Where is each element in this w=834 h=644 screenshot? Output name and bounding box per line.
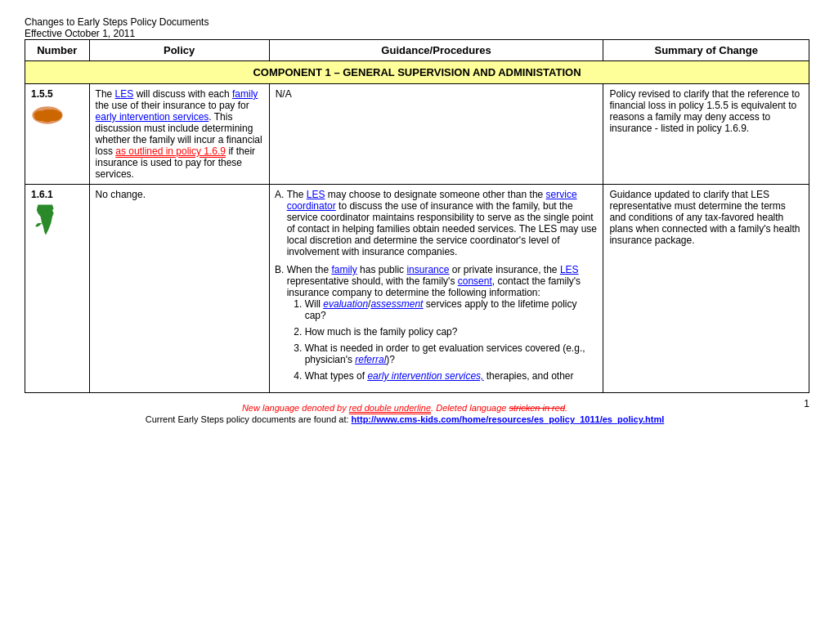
row-2-number: 1.6.1 xyxy=(25,185,90,393)
table-row: 1.5.5 The LES will discuss with each fam… xyxy=(25,84,809,185)
family-link-1[interactable]: family xyxy=(232,88,258,100)
row-2-guidance: The LES may choose to designate someone … xyxy=(269,185,603,393)
guidance-list-item-3: What is needed in order to get evaluatio… xyxy=(305,342,598,365)
main-table: Number Policy Guidance/Procedures Summar… xyxy=(25,39,809,393)
guidance-item-a: The LES may choose to designate someone … xyxy=(287,189,598,257)
row-1-guidance: N/A xyxy=(269,84,603,185)
outlined-text: as outlined in policy 1.6.9 xyxy=(115,145,226,157)
guidance-alpha-list: The LES may choose to designate someone … xyxy=(284,189,598,382)
component-1-header: COMPONENT 1 – GENERAL SUPERVISION AND AD… xyxy=(25,61,809,84)
les-link-1[interactable]: LES xyxy=(115,88,134,100)
early-intervention-link-2[interactable]: early intervention services, xyxy=(367,370,483,382)
assessment-link[interactable]: assessment xyxy=(370,298,423,310)
guidance-numbered-list: Will evaluation/assessment services appl… xyxy=(302,298,598,382)
service-coordinator-link[interactable]: service coordinator xyxy=(287,189,577,212)
row-1-policy: The LES will discuss with each family th… xyxy=(89,84,269,185)
component-1-label: COMPONENT 1 – GENERAL SUPERVISION AND AD… xyxy=(25,61,809,84)
table-header-row: Number Policy Guidance/Procedures Summar… xyxy=(25,40,809,61)
guidance-list-item-4: What types of early intervention service… xyxy=(305,370,598,382)
row-1-number: 1.5.5 xyxy=(25,84,90,185)
col-header-number: Number xyxy=(25,40,90,61)
guidance-list-item-1: Will evaluation/assessment services appl… xyxy=(305,298,598,321)
florida-map-icon xyxy=(31,203,61,236)
col-header-summary: Summary of Change xyxy=(603,40,809,61)
consent-link[interactable]: consent xyxy=(458,275,492,287)
family-link-2[interactable]: family xyxy=(331,264,356,275)
usa-map-icon xyxy=(31,103,64,127)
page-number: 1 xyxy=(785,398,809,409)
policy-url-link[interactable]: http://www.cms-kids.com/home/resources/e… xyxy=(352,414,665,424)
insurance-link[interactable]: insurance xyxy=(406,264,449,275)
guidance-list-item-2: How much is the family policy cap? xyxy=(305,326,598,338)
page-title: Changes to Early Steps Policy Documents … xyxy=(25,16,809,39)
evaluation-link[interactable]: evaluation xyxy=(323,298,368,310)
table-row: 1.6.1 No change. The LES may choose to d… xyxy=(25,185,809,393)
row-2-policy: No change. xyxy=(89,185,269,393)
row-1-summary: Policy revised to clarify that the refer… xyxy=(603,84,809,185)
footer-note: New language denoted by red double under… xyxy=(25,403,785,413)
early-intervention-link-1[interactable]: early intervention services xyxy=(96,111,209,123)
col-header-policy: Policy xyxy=(89,40,269,61)
col-header-guidance: Guidance/Procedures xyxy=(269,40,603,61)
row-2-summary: Guidance updated to clarify that LES rep… xyxy=(603,185,809,393)
footer-url: Current Early Steps policy documents are… xyxy=(25,414,785,424)
guidance-item-b: When the family has public insurance or … xyxy=(287,264,598,382)
les-link-3[interactable]: LES xyxy=(560,264,579,275)
referral-link[interactable]: referral xyxy=(355,354,386,365)
les-link-2[interactable]: LES xyxy=(307,189,325,200)
